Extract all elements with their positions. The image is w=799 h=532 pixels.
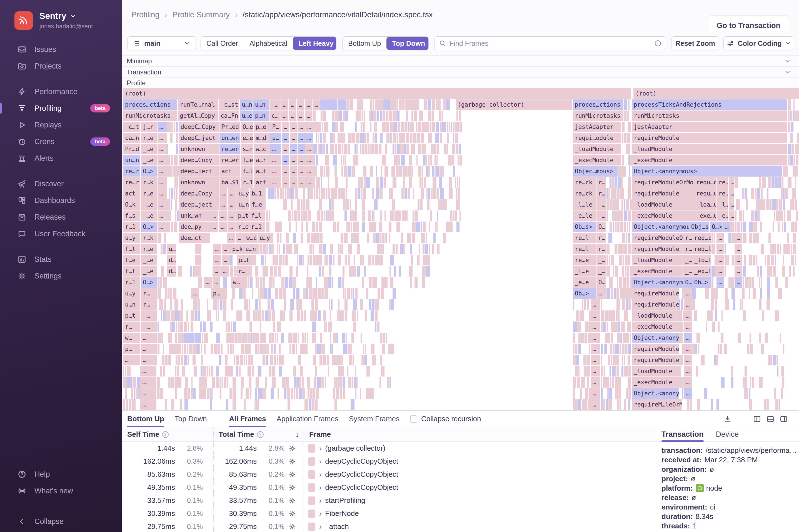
flame-frame[interactable]: (root) [123, 88, 631, 99]
flame-frame[interactable]: u…n [123, 299, 140, 310]
flame-frame[interactable]: deepC…ject [179, 133, 219, 143]
sidebar-footer-help[interactable]: Help [0, 466, 122, 482]
flame-frame[interactable]: requireModuleOrMock [632, 288, 679, 299]
flame-frame[interactable]: … [157, 121, 167, 132]
flame-frame[interactable]: … [270, 177, 281, 188]
flame-frame[interactable]: r… [596, 244, 606, 254]
chevron-down-icon[interactable] [784, 57, 791, 65]
flame-frame[interactable] [194, 332, 201, 343]
flame-frame[interactable]: … [282, 166, 289, 176]
flame-frame[interactable]: Pr…ed [220, 121, 240, 132]
flame-frame[interactable]: … [157, 200, 167, 210]
panel-right-icon[interactable] [780, 415, 788, 423]
flame-frame[interactable]: e…e [241, 133, 253, 143]
flame-frame[interactable]: Object.<anonymous> [632, 166, 782, 176]
flame-frame[interactable]: _execModule [632, 377, 679, 387]
frame-cell[interactable]: ›(garbage collector) [304, 444, 656, 453]
flame-frame[interactable]: unk…wn [179, 210, 210, 221]
flame-frame[interactable]: … [735, 277, 742, 288]
flame-frame[interactable]: _…e [141, 144, 157, 154]
flame-frame[interactable]: re…e [717, 188, 728, 199]
flame-frame[interactable]: … [212, 266, 221, 277]
tab-system-frames[interactable]: System Frames [349, 411, 400, 427]
flame-frame[interactable]: s…r [241, 144, 253, 154]
table-row[interactable]: 30.39ms0.1%30.39ms0.1%›FiberNode [122, 507, 656, 520]
flame-frame[interactable]: _… [683, 255, 692, 265]
flame-frame[interactable]: r… [596, 177, 606, 188]
flame-frame[interactable]: … [591, 388, 600, 399]
flame-frame[interactable]: O…> [141, 277, 157, 288]
flame-frame[interactable]: … [157, 188, 167, 199]
flame-frame[interactable]: r… [683, 233, 692, 243]
flame-frame[interactable]: … [157, 177, 167, 188]
flame-frame[interactable]: deep…ject [179, 166, 219, 176]
flame-frame[interactable]: r…1 [241, 177, 253, 188]
flame-frame[interactable]: … [290, 133, 297, 143]
view-option-bottom-up[interactable]: Bottom Up [342, 37, 387, 50]
flame-frame[interactable]: dee…py [179, 222, 210, 232]
flame-frame[interactable]: … [141, 355, 157, 365]
flame-frame[interactable]: d… [167, 266, 175, 277]
flame-frame[interactable]: O…> [710, 222, 723, 232]
details-tab-transaction[interactable]: Transaction [662, 427, 704, 441]
flame-frame[interactable]: … [140, 388, 156, 399]
frame-cell[interactable]: ›deepCyclicCopyObject [304, 457, 656, 466]
flame-frame[interactable]: proces…ctions [573, 99, 624, 110]
flame-frame[interactable]: … [305, 177, 313, 188]
flame-frame[interactable]: … [591, 332, 600, 343]
sort-option-alphabetical[interactable]: Alphabetical [244, 37, 293, 50]
flame-frame[interactable]: … [684, 332, 692, 343]
flame-frame[interactable]: … [221, 266, 229, 277]
flame-frame[interactable]: deep…ject [179, 200, 219, 210]
tab-all-frames[interactable]: All Frames [229, 411, 266, 427]
tab-bottom-up[interactable]: Bottom Up [127, 411, 164, 427]
flame-frame[interactable]: re…er [220, 144, 240, 154]
reset-zoom-button[interactable]: Reset Zoom [671, 36, 719, 50]
flame-frame[interactable]: dee…ct [179, 233, 210, 243]
flame-frame[interactable]: re…e [573, 255, 596, 265]
flame-frame[interactable]: req…le [692, 244, 711, 254]
flame-frame[interactable]: r…1 [123, 277, 140, 288]
flame-frame[interactable]: u…y [123, 288, 140, 299]
flame-frame[interactable]: _… [596, 266, 606, 277]
flame-frame[interactable]: requireModule [632, 188, 694, 199]
flame-frame[interactable]: _…e [141, 255, 157, 265]
flame-frame[interactable]: u…n [243, 244, 259, 254]
flame-frame[interactable]: p… [211, 288, 227, 299]
flame-frame[interactable]: … [305, 133, 313, 143]
flame-frame[interactable]: p…t [236, 210, 249, 221]
tab-application-frames[interactable]: Application Frames [276, 411, 338, 427]
flame-frame[interactable]: Pr…d [123, 144, 140, 154]
flame-frame[interactable]: act [123, 188, 140, 199]
flame-frame[interactable]: … [289, 111, 296, 121]
flame-frame[interactable]: f…s [123, 210, 140, 221]
flame-frame[interactable]: … [298, 155, 305, 166]
flame-frame[interactable]: … [735, 255, 742, 265]
flame-frame[interactable]: … [735, 266, 742, 277]
download-icon[interactable] [723, 415, 732, 423]
search-input[interactable] [449, 39, 651, 48]
flame-frame[interactable]: _execModule [632, 210, 694, 221]
flame-frame[interactable] [184, 332, 194, 343]
flame-frame[interactable]: … [213, 255, 221, 265]
flame-frame[interactable]: … [141, 344, 157, 354]
flame-frame[interactable]: r…e [141, 188, 157, 199]
column-header-self-time[interactable]: Self Time? [122, 427, 213, 441]
flame-frame[interactable]: P… [270, 121, 281, 132]
flame-frame[interactable]: … [227, 222, 236, 232]
sidebar-item-settings[interactable]: Settings [0, 268, 122, 284]
flame-frame[interactable]: … [305, 155, 313, 166]
flame-frame[interactable]: … [290, 144, 297, 154]
flame-frame[interactable]: ca…Fn [219, 111, 239, 121]
panel-left-icon[interactable] [753, 415, 761, 423]
flame-frame[interactable]: p…t [237, 255, 253, 265]
column-header-total-time[interactable]: Total Time?↓ [213, 427, 304, 441]
gear-icon[interactable] [289, 444, 296, 452]
flame-frame[interactable]: O…> [141, 166, 157, 176]
flame-frame[interactable]: r… [596, 233, 606, 243]
flame-frame[interactable]: … [591, 366, 600, 377]
flame-frame[interactable]: _c…st [219, 99, 239, 110]
flame-frame[interactable]: _loadModule [632, 200, 694, 210]
flame-frame[interactable]: runMicrotasks [123, 111, 177, 121]
flame-frame[interactable]: … [298, 121, 305, 132]
